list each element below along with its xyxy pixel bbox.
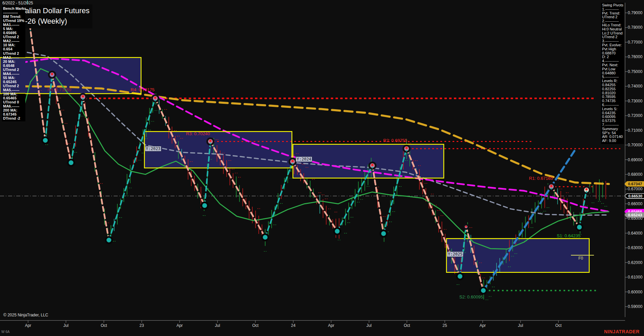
swing-pivot-line: 0.82255 — [602, 87, 624, 91]
benchmark-line: 55 MA: — [3, 76, 25, 80]
chart-title-line2: -26 (Weekly) — [25, 16, 90, 26]
year-label-2023[interactable]: Y:2023 — [145, 146, 161, 151]
instrument-label: W 6A — [1, 330, 9, 334]
time-tick-label: 25 — [435, 323, 455, 328]
time-axis[interactable]: AprJulOct23AprJulOct24AprJulOct25AprJulO… — [0, 320, 625, 331]
benchmark-line: 10 MA: — [3, 43, 25, 47]
benchmark-line: UTrend 0 — [3, 100, 25, 104]
date-range-label: 6/2022 - 51/2025 — [2, 1, 33, 5]
price-marker: 0.66530 — [624, 193, 644, 199]
benchmark-line: MA3.------ — [3, 55, 25, 59]
year-label-2024[interactable]: Y:2024 — [296, 157, 312, 162]
swing-pivot-line: Levels S: — [602, 107, 624, 111]
chart-window: 6/2022 - 51/2025 alian Dollar Futures -2… — [0, 0, 644, 336]
benchmark-line: 0.65695 — [3, 31, 25, 35]
benchmark-line: UTrend 2 — [3, 51, 25, 55]
chart-title-line1: alian Dollar Futures — [25, 5, 90, 16]
time-tick-label: 24 — [283, 323, 303, 328]
benchmark-line: Bench Marks — [3, 6, 25, 10]
time-tick-label: Jul — [207, 323, 228, 328]
ninjatrader-logo: NINJATRADER — [604, 329, 640, 334]
benchmark-line: 0.654 — [3, 47, 25, 51]
time-tick-label: 23 — [132, 323, 152, 328]
benchmark-line: MA5.------ — [3, 88, 25, 92]
benchmark-line: MA2.------ — [3, 39, 25, 43]
time-tick-label: Apr — [169, 323, 190, 328]
benchmark-line: DTrend -2 — [3, 116, 25, 120]
time-tick-label: Oct — [397, 323, 417, 328]
price-axis-markers: 0.673470.665300.654660.65243 — [624, 0, 644, 320]
benchmarks-lines: Bench Marks------------BM Trend:UTrend 1… — [3, 6, 25, 120]
time-tick-label: Oct — [245, 323, 266, 328]
swing-pivot-line: Hi:0 Neutral — [602, 27, 624, 31]
benchmark-line: UTrend 2 — [3, 35, 25, 39]
benchmark-line: 0.6548 — [3, 64, 25, 68]
time-tick-label: Apr — [473, 323, 493, 328]
benchmark-line: UTrend 2 — [3, 68, 25, 72]
benchmark-line: 100 MA: — [3, 92, 25, 96]
benchmark-line: 20 MA: — [3, 59, 25, 64]
level-label-r4: R4: 0.73175 — [131, 87, 155, 92]
price-marker-value: 0.66530 — [625, 194, 644, 198]
time-tick-label: Apr — [18, 323, 38, 328]
time-tick-label: Oct — [94, 323, 114, 328]
time-tick-label: Apr — [321, 323, 341, 328]
swing-pivot-line: 6.----------- — [602, 103, 624, 107]
benchmark-line: 0.67345 — [3, 112, 25, 116]
price-marker-value: 0.65243 — [624, 212, 644, 218]
time-tick-label: Jul — [510, 323, 531, 328]
level-label-r3: R3: 0.70240 — [186, 131, 210, 136]
price-marker: 0.65243 — [624, 212, 644, 218]
year-label-2025[interactable]: Y:2025 — [447, 251, 463, 257]
swing-pivot-line: 1.----------- — [602, 7, 624, 11]
swing-pivot-line: Summary — [602, 127, 624, 131]
price-marker: 0.67347 — [624, 181, 644, 187]
benchmark-line: 200 MA: — [3, 108, 25, 112]
swing-pivot-line: HiLo Trend: — [602, 23, 624, 27]
benchmark-line: UTrend 19% — [3, 19, 25, 23]
benchmark-line: 0.65245 — [3, 80, 25, 84]
swing-pivot-line: Pvt Low — [602, 67, 624, 71]
benchmark-line: MA1.------ — [3, 23, 25, 27]
benchmark-line: MA6.------ — [3, 104, 25, 108]
benchmark-line: MA4.------ — [3, 72, 25, 76]
swing-pivot-line: Pvt. Evolve: — [602, 43, 624, 47]
benchmarks-panel: Bench Marks------------BM Trend:UTrend 1… — [2, 6, 25, 121]
benchmark-line: ------------ — [3, 10, 25, 15]
copyright-label: © 2025 NinjaTrader, LLC — [3, 313, 48, 317]
benchmark-line: 5 MA: — [3, 27, 25, 31]
level-label-s1: S1: 0.64235 — [557, 233, 580, 238]
benchmark-line: 0.65465 — [3, 96, 25, 100]
f0-label: F0 — [578, 256, 583, 261]
benchmark-line: UTrend 2 — [3, 84, 25, 88]
time-tick-label: Jul — [56, 323, 76, 328]
level-label-s2: S2: 0.60095 — [459, 294, 483, 299]
swing-pivots-panel: Swing Pivots1.-----------Pvt. Trend:UTre… — [601, 3, 624, 144]
swing-pivot-line: AF: 9.00 — [602, 139, 624, 143]
swing-pivot-line: Pvt. Next: — [602, 63, 624, 67]
level-label-r2: R2: 0.69755 — [383, 138, 407, 143]
price-marker-value: 0.67347 — [624, 181, 644, 187]
time-tick-label: Jul — [359, 323, 379, 328]
level-label-r5: R5: 0.73269 — [47, 87, 71, 92]
level-label-r1: R1: 0.67165 — [529, 176, 553, 181]
swing-pivot-line: 0.84255 — [602, 83, 624, 87]
swing-pivot-line: Pvt High — [602, 47, 624, 51]
time-tick-label: Oct — [548, 323, 569, 328]
benchmark-line: BM Trend: — [3, 15, 25, 19]
swing-pivot-line: 7.----------- — [602, 123, 624, 127]
price-chart-canvas[interactable] — [0, 0, 644, 336]
chart-title: alian Dollar Futures -26 (Weekly) — [24, 4, 92, 28]
